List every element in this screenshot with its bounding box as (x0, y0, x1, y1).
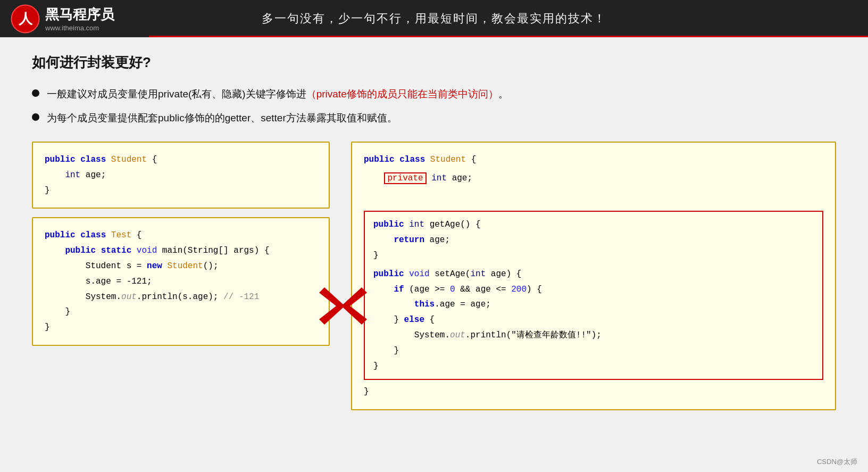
bullet-item-2: 为每个成员变量提供配套public修饰的的getter、setter方法暴露其取… (32, 111, 836, 126)
code-line: } (373, 248, 814, 263)
logo-sub-text: www.itheima.com (45, 24, 114, 32)
code-line: } (373, 343, 814, 359)
code-box-student-simple: public class Student { int age; } (32, 142, 330, 209)
left-panels: public class Student { int age; } public… (32, 142, 330, 346)
bullet-list: 一般建议对成员变量使用private(私有、隐藏)关键字修饰进（private修… (32, 87, 836, 126)
code-line: public int getAge() { (373, 217, 814, 233)
code-line: private int age; (364, 171, 823, 186)
code-line: } (45, 320, 317, 335)
header-underline (149, 36, 868, 37)
x-mark (319, 282, 367, 330)
logo-text: 黑马程序员 www.itheima.com (45, 5, 114, 32)
page-title: 如何进行封装更好? (32, 53, 836, 72)
logo-icon: 人 (11, 4, 40, 34)
x-icon (319, 282, 367, 330)
code-line: System.out.println("请检查年龄数值!!"); (373, 328, 814, 343)
code-line: int age; (45, 168, 317, 183)
header-slogan: 多一句没有，少一句不行，用最短时间，教会最实用的技术！ (262, 11, 606, 27)
code-panels: public class Student { int age; } public… (32, 142, 836, 410)
code-line: } else { (373, 312, 814, 328)
private-keyword-box: private (384, 172, 426, 184)
header: 人 黑马程序员 www.itheima.com 多一句没有，少一句不行，用最短时… (0, 0, 868, 37)
method-box: public int getAge() { return age; } publ… (364, 211, 823, 380)
bullet2-text: 为每个成员变量提供配套public修饰的的getter、setter方法暴露其取… (47, 111, 397, 126)
code-line: } (364, 384, 823, 400)
watermark: CSDN@太师 (817, 457, 857, 467)
code-box-test-wrapper: public class Test { public static void m… (32, 217, 330, 346)
code-line: System.out.println(s.age); // -121 (45, 289, 317, 305)
code-line: } (373, 359, 814, 374)
code-line: public class Test { (45, 228, 317, 243)
code-line: } (45, 183, 317, 198)
code-line: public class Student { (45, 152, 317, 168)
code-line: if (age >= 0 && age <= 200) { (373, 282, 814, 297)
main-content: 如何进行封装更好? 一般建议对成员变量使用private(私有、隐藏)关键字修饰… (0, 37, 868, 472)
bullet-dot-2 (32, 113, 39, 121)
code-line: public static void main(String[] args) { (45, 243, 317, 259)
code-line: public class Student { (364, 152, 823, 168)
bullet-item-1: 一般建议对成员变量使用private(私有、隐藏)关键字修饰进（private修… (32, 87, 836, 102)
logo-main-text: 黑马程序员 (45, 5, 114, 24)
code-line: public void setAge(int age) { (373, 267, 814, 282)
code-line (364, 194, 823, 209)
svg-text:人: 人 (18, 11, 33, 27)
logo-area: 人 黑马程序员 www.itheima.com (11, 4, 114, 34)
code-line: s.age = -121; (45, 274, 317, 289)
svg-marker-2 (319, 287, 367, 325)
code-line: this.age = age; (373, 297, 814, 312)
code-line: } (45, 304, 317, 320)
bullet1-text: 一般建议对成员变量使用private(私有、隐藏)关键字修饰进（private修… (47, 87, 508, 102)
code-line: Student s = new Student(); (45, 259, 317, 274)
code-line: return age; (373, 233, 814, 248)
bullet-dot-1 (32, 89, 39, 97)
code-box-test: public class Test { public static void m… (32, 217, 330, 346)
code-box-student-full: public class Student { private int age; … (351, 142, 836, 410)
